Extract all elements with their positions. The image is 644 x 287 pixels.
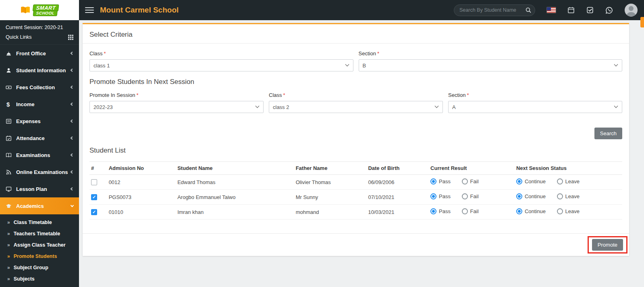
chevron-left-icon (71, 136, 74, 140)
sidebar-item-examinations[interactable]: Examinations (0, 147, 79, 163)
fail-radio[interactable] (462, 178, 468, 184)
student-name: Imran khan (176, 205, 294, 220)
student-search (454, 4, 535, 16)
criteria-form-row: Class class 1 Section B (89, 50, 622, 71)
leave-radio-option[interactable]: Leave (557, 178, 580, 184)
sidebar-item-online-examinations[interactable]: Online Examinations (0, 163, 79, 180)
continue-radio[interactable] (516, 193, 522, 199)
continue-radio[interactable] (516, 178, 522, 184)
sidebar-item-lesson-plan[interactable]: Lesson Plan (0, 180, 79, 197)
row-checkbox[interactable] (91, 179, 97, 185)
row-checkbox[interactable] (91, 209, 97, 215)
required-asterisk (376, 50, 379, 57)
leave-radio[interactable] (557, 193, 563, 199)
promote-section-select[interactable]: A (448, 101, 622, 113)
sidebar-item-front-office[interactable]: Front Office (0, 45, 79, 62)
class-field: Class class 1 (89, 50, 353, 71)
us-flag-icon[interactable] (547, 7, 556, 13)
promote-session-select[interactable]: 2022-23 (89, 101, 264, 113)
chevron-left-icon (71, 170, 74, 174)
pass-radio[interactable] (430, 193, 436, 199)
leave-radio[interactable] (557, 208, 563, 214)
sidebar-subitem-assign-class-teacher[interactable]: »Assign Class Teacher (0, 239, 79, 251)
leave-radio-option[interactable]: Leave (557, 193, 580, 199)
pass-radio-option[interactable]: Pass (430, 193, 451, 199)
pass-radio[interactable] (430, 208, 436, 214)
student-icon (6, 67, 16, 73)
sidebar-item-fees-collection[interactable]: Fees Collection (0, 79, 79, 96)
sidebar-subitem-subjects[interactable]: »Subjects (0, 273, 79, 285)
section-select[interactable]: B (359, 59, 623, 71)
sidebar-subitem-promote-students[interactable]: »Promote Students (0, 251, 79, 262)
double-arrow-icon: » (7, 231, 10, 236)
sidebar-item-income[interactable]: $ Income (0, 96, 79, 113)
promote-session-field: Promote In Session 2022-23 (89, 92, 264, 113)
search-input[interactable] (454, 7, 522, 13)
hamburger-icon[interactable] (85, 6, 94, 15)
sidebar-item-expenses[interactable]: Expenses (0, 113, 79, 130)
chevron-left-icon (71, 103, 74, 106)
fail-radio-option[interactable]: Fail (462, 208, 479, 214)
promote-section-label: Section (448, 92, 622, 98)
brand-text: SMART SCHOOL (32, 4, 60, 16)
promote-session-label: Promote In Session (89, 92, 264, 98)
quick-links-label: Quick Links (6, 34, 32, 40)
app-logo[interactable]: SMART SCHOOL (0, 0, 79, 20)
open-book-icon (6, 152, 16, 158)
chevron-left-icon (71, 69, 74, 72)
continue-radio-option[interactable]: Continue (516, 178, 546, 184)
sidebar-subitem-class-timetable[interactable]: »Class Timetable (0, 217, 79, 228)
continue-radio-option[interactable]: Continue (516, 193, 546, 199)
sidebar-subitem-teachers-timetable[interactable]: »Teachers Timetable (0, 228, 79, 239)
promote-section-title: Promote Students In Next Session (89, 74, 622, 90)
calendar-check-icon (6, 135, 16, 141)
fail-radio-option[interactable]: Fail (462, 178, 479, 184)
quick-links[interactable]: Quick Links (0, 31, 79, 45)
col-father-name: Father Name (294, 162, 367, 175)
continue-radio[interactable] (516, 208, 522, 214)
date-of-birth: 06/09/2006 (366, 175, 429, 190)
graduation-cap-icon (6, 203, 16, 209)
class-select[interactable]: class 1 (89, 59, 353, 71)
sidebar-item-academics[interactable]: Academics (0, 197, 79, 214)
table-row: 01010 Imran khan mohmand 10/03/2021 Pass… (89, 205, 622, 220)
chevron-left-icon (71, 119, 74, 123)
required-asterisk (103, 50, 106, 57)
search-button[interactable]: Search (594, 128, 622, 139)
book-logo-icon (20, 6, 31, 15)
pass-radio-option[interactable]: Pass (430, 208, 451, 214)
calendar-icon[interactable] (567, 6, 575, 14)
pass-radio-option[interactable]: Pass (430, 178, 451, 184)
father-name: mohmand (294, 205, 367, 220)
sidebar-item-student-information[interactable]: Student Information (0, 62, 79, 79)
class-label: Class (89, 50, 353, 57)
double-arrow-icon: » (7, 265, 10, 270)
fail-radio[interactable] (462, 193, 468, 199)
expense-list-icon (6, 118, 16, 124)
theme-settings-tab[interactable] (640, 17, 644, 27)
promote-button[interactable]: Promote (592, 239, 623, 251)
user-avatar-icon[interactable] (625, 4, 638, 17)
sidebar-item-attendance[interactable]: Attendance (0, 130, 79, 147)
promote-class-select[interactable]: class 2 (269, 101, 443, 113)
leave-radio[interactable] (557, 178, 563, 184)
leave-radio-option[interactable]: Leave (557, 208, 580, 214)
chevron-left-icon (71, 187, 74, 191)
student-name: Arogbo Emmanuel Taiwo (176, 190, 294, 205)
promote-annotation-box: Promote (588, 236, 627, 253)
col-checkbox: # (89, 162, 107, 175)
task-check-icon[interactable] (586, 6, 594, 14)
fail-radio-option[interactable]: Fail (462, 193, 479, 199)
magnifier-icon[interactable] (522, 5, 535, 16)
chat-icon[interactable] (605, 6, 613, 14)
dollar-icon: $ (6, 101, 16, 107)
reception-bell-icon (6, 50, 16, 57)
admission-no: PGS0073 (107, 190, 176, 205)
father-name: Mr Sunny (294, 190, 367, 205)
row-checkbox[interactable] (91, 194, 97, 200)
sidebar-subitem-subject-group[interactable]: »Subject Group (0, 262, 79, 273)
pass-radio[interactable] (430, 178, 436, 184)
continue-radio-option[interactable]: Continue (516, 208, 546, 214)
fail-radio[interactable] (462, 208, 468, 214)
required-asterisk (465, 92, 469, 98)
